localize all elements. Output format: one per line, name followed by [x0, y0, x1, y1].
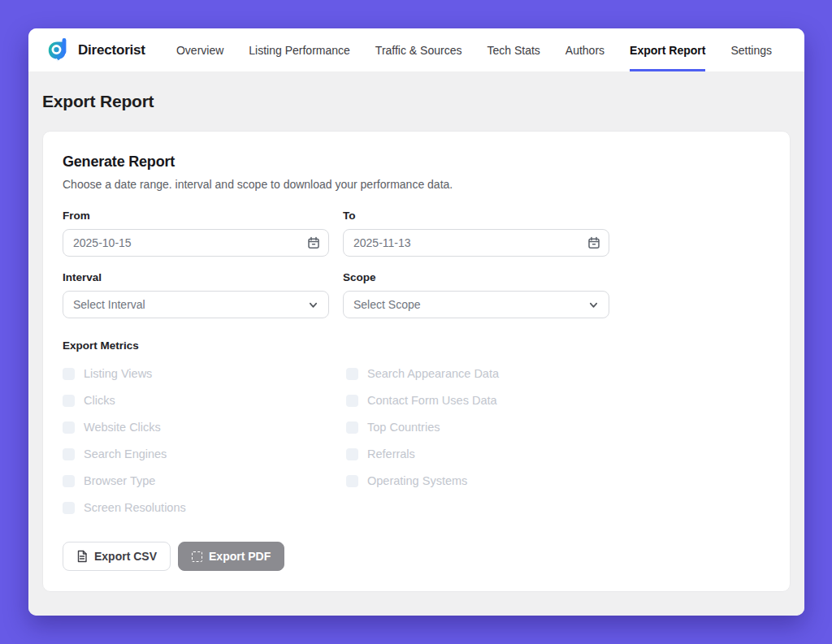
metric-browser-type[interactable]: Browser Type — [63, 473, 346, 489]
metric-label: Contact Form Uses Data — [367, 394, 497, 407]
metric-label: Search Appearance Data — [367, 367, 499, 380]
card-subtitle: Choose a date range. interval and scope … — [63, 178, 770, 191]
metric-label: Operating Systems — [367, 474, 467, 487]
interval-label: Interval — [63, 271, 329, 283]
interval-field-group: Interval Select Interval — [63, 271, 329, 318]
brand-name: Directorist — [78, 42, 145, 58]
metric-label: Clicks — [84, 394, 115, 407]
export-metrics-label: Export Metrics — [63, 339, 770, 352]
scope-label: Scope — [343, 271, 609, 283]
checkbox-icon[interactable] — [63, 502, 75, 514]
export-csv-label: Export CSV — [94, 550, 157, 563]
export-actions: Export CSV Export PDF — [63, 542, 770, 571]
metrics-left-column: Listing Views Clicks Website Clicks Sear… — [63, 365, 346, 516]
app-window: Directorist Overview Listing Performance… — [28, 28, 804, 616]
export-pdf-label: Export PDF — [209, 550, 271, 563]
main-nav: Overview Listing Performance Traffic & S… — [176, 28, 772, 71]
scope-field-group: Scope Select Scope — [343, 271, 609, 318]
export-pdf-button[interactable]: Export PDF — [178, 542, 284, 571]
content-area: Export Report Generate Report Choose a d… — [28, 71, 804, 616]
tab-export-report[interactable]: Export Report — [630, 28, 705, 71]
checkbox-icon[interactable] — [63, 368, 75, 380]
calendar-icon[interactable] — [307, 236, 320, 249]
metric-label: Top Countries — [367, 421, 440, 434]
from-label: From — [63, 210, 329, 222]
interval-select[interactable]: Select Interval — [63, 291, 329, 318]
tab-overview[interactable]: Overview — [176, 28, 223, 71]
chevron-down-icon — [308, 300, 318, 310]
tab-listing-performance[interactable]: Listing Performance — [249, 28, 350, 71]
metric-top-countries[interactable]: Top Countries — [346, 419, 770, 435]
checkbox-icon[interactable] — [63, 448, 75, 460]
date-range-row: From — [63, 210, 770, 257]
metric-label: Listing Views — [84, 367, 152, 380]
brand[interactable]: Directorist — [47, 28, 145, 71]
tab-authors[interactable]: Authors — [566, 28, 604, 71]
metric-label: Browser Type — [84, 474, 155, 487]
chevron-down-icon — [588, 300, 599, 310]
interval-select-value: Select Interval — [73, 298, 145, 311]
export-csv-button[interactable]: Export CSV — [63, 542, 171, 571]
metric-listing-views[interactable]: Listing Views — [63, 365, 346, 382]
metric-operating-systems[interactable]: Operating Systems — [346, 473, 770, 489]
scope-select-value: Select Scope — [353, 298, 421, 311]
generate-report-card: Generate Report Choose a date range. int… — [42, 131, 791, 592]
metric-label: Website Clicks — [84, 421, 161, 434]
checkbox-icon[interactable] — [63, 475, 75, 487]
metric-search-appearance-data[interactable]: Search Appearance Data — [346, 365, 770, 382]
checkbox-icon[interactable] — [346, 421, 358, 434]
interval-scope-row: Interval Select Interval Scope Select Sc… — [63, 271, 770, 318]
to-field-group: To — [343, 210, 609, 257]
tab-settings[interactable]: Settings — [730, 28, 772, 71]
directorist-logo-icon — [47, 37, 72, 63]
metric-search-engines[interactable]: Search Engines — [63, 446, 346, 462]
from-date-input[interactable] — [63, 229, 329, 257]
checkbox-icon[interactable] — [346, 475, 358, 487]
from-field-group: From — [63, 210, 329, 257]
checkbox-icon[interactable] — [346, 395, 358, 407]
tab-traffic-sources[interactable]: Traffic & Sources — [375, 28, 462, 71]
calendar-icon[interactable] — [587, 236, 600, 249]
scope-select[interactable]: Select Scope — [343, 291, 609, 318]
metric-label: Search Engines — [84, 447, 167, 460]
metric-clicks[interactable]: Clicks — [63, 392, 346, 408]
to-date-input[interactable] — [343, 229, 609, 257]
metric-website-clicks[interactable]: Website Clicks — [63, 419, 346, 435]
checkbox-icon[interactable] — [63, 395, 75, 407]
file-icon — [76, 550, 88, 563]
metric-label: Screen Resolutions — [84, 501, 186, 514]
metrics-right-column: Search Appearance Data Contact Form Uses… — [346, 365, 770, 516]
export-metrics-grid: Listing Views Clicks Website Clicks Sear… — [63, 365, 770, 516]
metric-contact-form-uses-data[interactable]: Contact Form Uses Data — [346, 392, 770, 408]
dashed-square-icon — [192, 551, 202, 562]
checkbox-icon[interactable] — [346, 368, 358, 380]
metric-screen-resolutions[interactable]: Screen Resolutions — [63, 499, 346, 516]
metric-label: Referrals — [367, 447, 415, 460]
checkbox-icon[interactable] — [346, 448, 358, 460]
tab-tech-stats[interactable]: Tech Stats — [487, 28, 540, 71]
metric-referrals[interactable]: Referrals — [346, 446, 770, 462]
to-label: To — [343, 210, 609, 222]
checkbox-icon[interactable] — [63, 421, 75, 434]
page-title: Export Report — [42, 92, 791, 111]
card-title: Generate Report — [63, 153, 770, 171]
top-navbar: Directorist Overview Listing Performance… — [28, 28, 804, 71]
